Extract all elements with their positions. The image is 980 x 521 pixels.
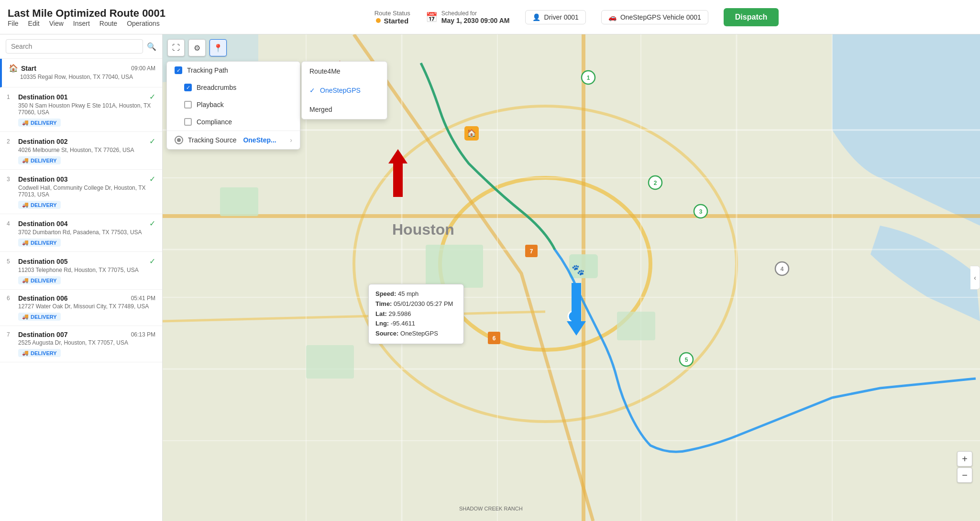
source-onestepgps[interactable]: ✓ OneStepGPS xyxy=(302,81,387,100)
delivery-badge-1: 🚚 DELIVERY xyxy=(18,119,61,127)
collapse-sidebar-button[interactable]: ‹ xyxy=(970,266,980,290)
svg-marker-42 xyxy=(388,149,407,197)
svg-rect-20 xyxy=(569,254,598,278)
search-button[interactable]: 🔍 xyxy=(147,42,156,51)
stop-1-name: Destination 001 xyxy=(18,93,147,101)
menu-bar: File Edit View Insert Route Operations xyxy=(8,20,181,27)
truck-icon-2: 🚚 xyxy=(22,157,29,163)
menu-insert[interactable]: Insert xyxy=(73,20,90,27)
truck-icon-7: 🚚 xyxy=(22,350,29,356)
tracking-path-option[interactable]: ✓ Tracking Path xyxy=(167,62,300,79)
source-merged[interactable]: Merged xyxy=(302,100,387,119)
truck-icon-3: 🚚 xyxy=(22,202,29,208)
truck-icon-4: 🚚 xyxy=(22,239,29,246)
svg-point-24 xyxy=(582,71,595,84)
header-center: Route Status Started 📅 Scheduled for May… xyxy=(374,8,779,26)
menu-operations[interactable]: Operations xyxy=(127,20,159,27)
chevron-right-icon: › xyxy=(290,136,292,144)
source-route4me[interactable]: Route4Me xyxy=(302,62,387,81)
lat-value: 29.5986 xyxy=(388,310,411,317)
zoom-in-button[interactable]: + xyxy=(957,451,972,467)
driver-selector[interactable]: 👤 Driver 0001 xyxy=(525,10,586,24)
stop-1[interactable]: 1 Destination 001 ✓ 350 N Sam Houston Pk… xyxy=(0,87,162,132)
check-icon-5: ✓ xyxy=(149,257,155,266)
svg-text:1: 1 xyxy=(587,75,590,81)
stop-7-time: 06:13 PM xyxy=(131,331,155,338)
stop-start[interactable]: 🏠 Start 09:00 AM 10335 Regal Row, Housto… xyxy=(0,59,162,87)
scheduled-label: Scheduled for xyxy=(441,10,510,17)
compliance-checkbox[interactable] xyxy=(184,118,192,126)
delivery-badge-2: 🚚 DELIVERY xyxy=(18,156,61,164)
tracking-dropdown: ✓ Tracking Path ✓ Breadcrumbs Playback C… xyxy=(166,61,300,150)
stop-7-num: 7 xyxy=(7,331,15,338)
merged-label: Merged xyxy=(309,106,332,113)
search-input[interactable] xyxy=(6,39,143,54)
map-toolbar: ⛶ ⚙ 📍 xyxy=(167,39,227,56)
car-icon: 🚗 xyxy=(608,13,617,21)
stop-start-address: 10335 Regal Row, Houston, TX 77040, USA xyxy=(20,74,155,80)
menu-edit[interactable]: Edit xyxy=(28,20,40,27)
onestep-link[interactable]: OneStep... xyxy=(243,136,276,144)
tracking-button[interactable]: 📍 xyxy=(209,39,227,56)
svg-rect-21 xyxy=(306,345,354,379)
stop-6-num: 6 xyxy=(7,295,15,302)
stop-1-num: 1 xyxy=(7,94,15,100)
source-value: OneStepGPS xyxy=(400,330,438,337)
breadcrumbs-checkbox[interactable]: ✓ xyxy=(184,84,192,91)
delivery-badge-3: 🚚 DELIVERY xyxy=(18,201,61,209)
tracking-source-row[interactable]: Tracking Source OneStep... › xyxy=(167,130,300,149)
sidebar: 🔍 🏠 Start 09:00 AM 10335 Regal Row, Hous… xyxy=(0,34,163,521)
svg-point-30 xyxy=(775,262,789,275)
source-submenu: Route4Me ✓ OneStepGPS Merged xyxy=(301,61,387,119)
stop-list: 🏠 Start 09:00 AM 10335 Regal Row, Housto… xyxy=(0,59,162,521)
stop-2[interactable]: 2 Destination 002 ✓ 4026 Melbourne St, H… xyxy=(0,132,162,170)
check-icon-2: ✓ xyxy=(149,137,155,146)
route-status-value: Started xyxy=(376,17,408,25)
zoom-out-button[interactable]: − xyxy=(957,467,972,483)
svg-text:7: 7 xyxy=(530,248,533,255)
check-icon-1: ✓ xyxy=(149,92,155,101)
map-area[interactable]: 1 2 3 4 5 6 7 xyxy=(163,34,980,521)
stop-3-num: 3 xyxy=(7,176,15,183)
tracking-source-label: Tracking Source xyxy=(188,136,236,144)
scheduled-info: 📅 Scheduled for May 1, 2030 09:00 AM xyxy=(426,10,510,24)
source-row: Source: OneStepGPS xyxy=(375,329,457,339)
svg-text:3: 3 xyxy=(699,208,703,215)
menu-view[interactable]: View xyxy=(49,20,64,27)
zoom-controls: + − xyxy=(957,451,972,483)
stop-6[interactable]: 6 Destination 006 05:41 PM 12727 Water O… xyxy=(0,290,162,326)
svg-text:🏠: 🏠 xyxy=(467,129,476,138)
stop-3[interactable]: 3 Destination 003 ✓ Codwell Hall, Commun… xyxy=(0,170,162,214)
lng-value: -95.4611 xyxy=(391,320,415,327)
menu-route[interactable]: Route xyxy=(99,20,117,27)
calendar-icon: 📅 xyxy=(426,11,438,23)
stop-4-num: 4 xyxy=(7,220,15,227)
stop-7[interactable]: 7 Destination 007 06:13 PM 2525 Augusta … xyxy=(0,326,162,362)
stop-2-name: Destination 002 xyxy=(18,138,147,145)
stop-7-address: 2525 Augusta Dr, Houston, TX 77057, USA xyxy=(18,339,155,346)
search-bar: 🔍 xyxy=(0,34,162,59)
compliance-option[interactable]: Compliance xyxy=(167,113,300,130)
speed-value: 45 mph xyxy=(398,290,418,297)
settings-button[interactable]: ⚙ xyxy=(188,39,206,56)
tracking-source-icon xyxy=(175,136,183,144)
tracking-path-checkbox[interactable]: ✓ xyxy=(175,66,182,74)
vehicle-info-tooltip: Speed: 45 mph Time: 05/01/2030 05:27 PM … xyxy=(368,284,464,344)
svg-text:6: 6 xyxy=(493,335,496,342)
stop-5-name: Destination 005 xyxy=(18,258,147,265)
breadcrumbs-label: Breadcrumbs xyxy=(197,84,236,91)
vehicle-selector[interactable]: 🚗 OneStepGPS Vehicle 0001 xyxy=(601,10,708,24)
shadow-creek-label: SHADOW CREEK RANCH xyxy=(459,506,523,511)
stop-6-address: 12727 Water Oak Dr, Missouri City, TX 77… xyxy=(18,303,155,310)
breadcrumbs-option[interactable]: ✓ Breadcrumbs xyxy=(167,79,300,96)
dispatch-button[interactable]: Dispatch xyxy=(724,8,779,26)
stop-4[interactable]: 4 Destination 004 ✓ 3702 Dumbarton Rd, P… xyxy=(0,214,162,252)
stop-start-name: Start xyxy=(21,65,131,72)
playback-checkbox[interactable] xyxy=(184,101,192,109)
fullscreen-button[interactable]: ⛶ xyxy=(167,39,185,56)
lng-row: Lng: -95.4611 xyxy=(375,319,457,329)
menu-file[interactable]: File xyxy=(8,20,19,27)
playback-option[interactable]: Playback xyxy=(167,96,300,113)
stop-5[interactable]: 5 Destination 005 ✓ 11203 Telephone Rd, … xyxy=(0,252,162,290)
svg-rect-36 xyxy=(525,245,538,257)
